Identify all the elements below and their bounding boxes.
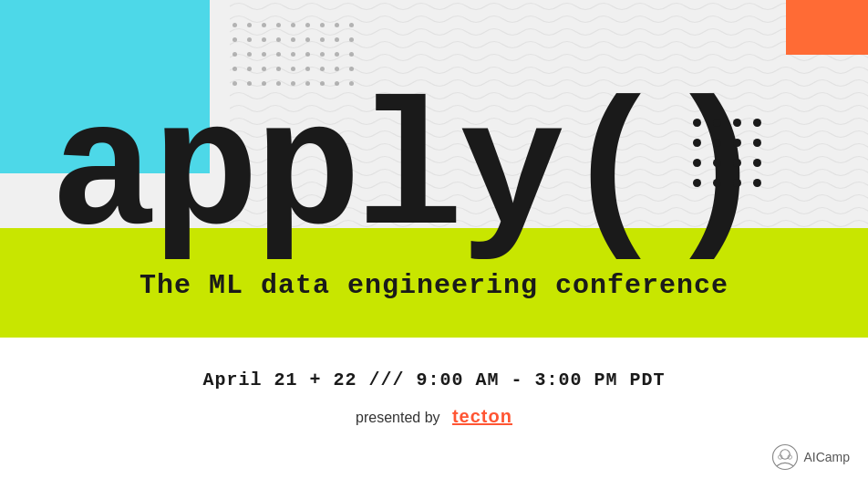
event-date: April 21 + 22 /// 9:00 AM - 3:00 PM PDT bbox=[0, 369, 868, 390]
aicamp-branding: AICamp bbox=[771, 443, 850, 471]
apply-dot-grid bbox=[693, 119, 768, 193]
aicamp-icon bbox=[771, 443, 799, 471]
main-title: apply() bbox=[50, 87, 765, 265]
presented-by: presented by tecton bbox=[0, 406, 868, 427]
conference-subtitle: The ML data engineering conference bbox=[0, 270, 868, 301]
aicamp-label: AICamp bbox=[803, 450, 850, 464]
orange-decoration bbox=[786, 0, 868, 55]
presented-by-label: presented by bbox=[356, 410, 440, 425]
svg-point-1 bbox=[773, 445, 798, 470]
tecton-name: tecton bbox=[452, 406, 512, 427]
svg-point-2 bbox=[780, 450, 790, 460]
page-container: apply() The ML data engineering conferen… bbox=[0, 0, 868, 489]
tecton-logo: tecton bbox=[452, 406, 512, 426]
